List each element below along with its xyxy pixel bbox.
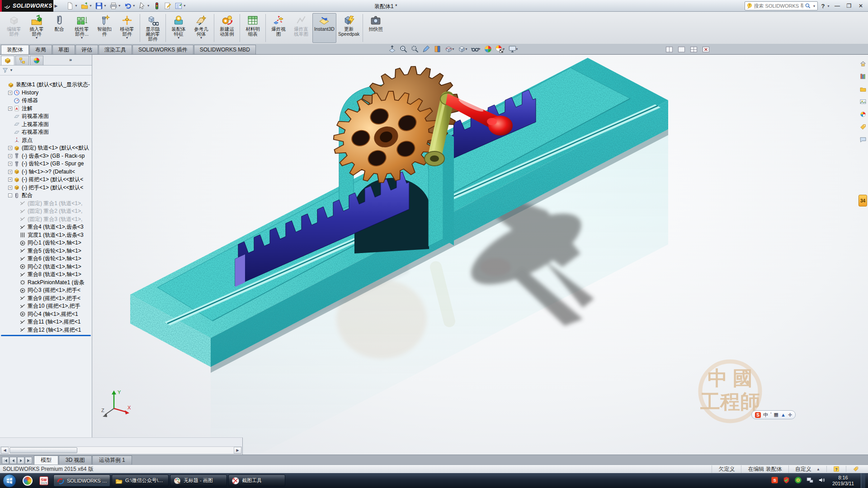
ribbon-button-edit-component[interactable]: 编辑零 部件 [3, 13, 25, 43]
ribbon-button-show-hidden[interactable]: 显示隐 藏的零 部件 [142, 13, 164, 43]
tree-item[interactable]: +History [0, 89, 92, 97]
tree-item[interactable]: 重合6 (齿轮<1>,轴<1> [0, 255, 92, 263]
tree-item[interactable]: (固定) 重合2 (轨道<1>, [0, 207, 92, 216]
taskbar-clock[interactable]: 8:16 2019/3/11 [832, 475, 854, 487]
expand-toggle[interactable]: - [8, 193, 12, 197]
restore-button[interactable]: ❐ [845, 3, 853, 9]
tab-渲染工具[interactable]: 渲染工具 [99, 45, 132, 54]
tree-item[interactable]: +(-) 摇把<1> (默认<<默认< [0, 176, 92, 184]
print-button[interactable]: ▼ [108, 1, 122, 10]
nav-last-icon[interactable] [25, 457, 32, 464]
search-icon[interactable] [805, 3, 811, 9]
scroll-thumb[interactable] [9, 447, 77, 453]
hud-zoom-to-fit[interactable] [388, 45, 396, 53]
tree-item[interactable]: 重合9 (摇把<1>,把手< [0, 295, 92, 303]
show-desktop-button[interactable] [861, 473, 865, 488]
ribbon-button-mate[interactable]: 配合 [48, 13, 71, 43]
taskpane-home[interactable] [859, 60, 867, 69]
save-button[interactable]: ▼ [94, 1, 108, 10]
new-file-button[interactable]: ▼ [65, 1, 79, 10]
expand-toggle[interactable]: + [8, 186, 12, 190]
ribbon-button-explode-sketch[interactable]: 爆炸直 线草图 [290, 13, 312, 43]
model-tab-3D 视图[interactable]: 3D 视图 [59, 455, 92, 465]
taskpane-forum[interactable] [859, 136, 867, 145]
tree-horizontal-scrollbar[interactable]: ◀ ▶ [0, 446, 242, 454]
ribbon-button-exploded-view[interactable]: 爆炸视 图 [267, 13, 290, 43]
tree-item[interactable]: 右视基准面 [0, 128, 92, 136]
select-button[interactable]: ▼ [137, 1, 151, 10]
minimize-button[interactable]: — [834, 3, 841, 9]
ribbon-button-assembly-feature[interactable]: 装配体 特征▼ [167, 13, 190, 43]
tree-item[interactable]: -配合 [0, 192, 92, 200]
ribbon-button-linear-pattern[interactable]: 线性零 部件...▼ [71, 13, 93, 43]
model-tab-模型[interactable]: 模型 [34, 455, 58, 465]
taskpane-custom-proper[interactable] [859, 123, 867, 132]
hud-section-view[interactable] [433, 45, 442, 53]
manager-tab-display[interactable] [30, 56, 43, 65]
expand-toggle[interactable]: + [8, 146, 12, 150]
open-button[interactable]: ▼ [80, 1, 93, 10]
browser-launcher[interactable] [21, 475, 34, 487]
status-custom[interactable]: 自定义 ▲ [788, 465, 826, 473]
expand-toggle[interactable]: + [8, 107, 12, 111]
ime-button[interactable]: ’ [770, 412, 771, 418]
tree-item[interactable]: 重合12 (轴<1>,摇把<1 [0, 326, 92, 334]
help-button[interactable]: ? ▼ [821, 3, 830, 9]
tree-item[interactable]: 同心3 (摇把<1>,把手< [0, 286, 92, 295]
scroll-left-button[interactable]: ◀ [1, 447, 9, 454]
nav-first-icon[interactable] [2, 457, 9, 464]
more-tabs-chevron-icon[interactable]: » [69, 57, 72, 62]
hud-view-orientation[interactable]: ▼ [444, 45, 455, 53]
ime-toolbar[interactable]: S 中’▦ ▲ ✚ [751, 410, 796, 419]
hud-edit-appearance[interactable] [484, 45, 492, 53]
tree-item[interactable]: 宽度1 (轨道<1>,齿条<3 [0, 231, 92, 239]
taskbar-button[interactable]: 无标题 - 画图 [170, 474, 227, 487]
tree-item[interactable]: (固定) 重合3 (轨道<1>, [0, 216, 92, 224]
manager-tab-fm[interactable] [1, 56, 14, 65]
tray-shield[interactable] [783, 476, 790, 485]
single-pane-icon[interactable] [678, 46, 685, 55]
taskbar-button[interactable]: SOLIDWORKS P... [53, 474, 110, 487]
taskpane-view-palette[interactable] [859, 98, 867, 107]
taskbar-button[interactable]: 截图工具 [228, 474, 285, 487]
status-help[interactable]: ? [826, 466, 846, 472]
tree-item[interactable]: 同心4 (轴<1>,摇把<1 [0, 310, 92, 319]
tree-item[interactable]: 重合11 (轴<1>,摇把<1 [0, 318, 92, 326]
3d-model-scene[interactable] [92, 55, 868, 455]
undo-button[interactable]: ▼ [123, 1, 137, 10]
expand-toggle[interactable]: + [8, 91, 12, 95]
tree-item[interactable]: 装配体1 (默认<默认_显示状态- [0, 81, 92, 89]
hud-drawing-view[interactable] [422, 45, 430, 53]
notification-badge[interactable]: 34 [859, 195, 867, 206]
tree-item[interactable]: 传感器 [0, 97, 92, 105]
status-tag[interactable] [846, 466, 865, 472]
nav-prev-icon[interactable] [9, 457, 17, 464]
manager-tab-config[interactable] [15, 56, 29, 65]
tab-布局[interactable]: 布局 [29, 45, 52, 54]
options-button[interactable] [163, 1, 173, 10]
tree-item[interactable]: 重合4 (轨道<1>,齿条<3 [0, 223, 92, 231]
close-pane-icon[interactable] [702, 46, 710, 55]
ribbon-button-smart-fastener[interactable]: 智能扣 件 [93, 13, 116, 43]
tree-item[interactable]: +A注解 [0, 105, 92, 113]
tree-item[interactable]: +(-) 轴<1>->? (Default< [0, 168, 92, 176]
tray-sogou[interactable]: S [771, 476, 778, 485]
ribbon-button-reference-geometry[interactable]: 参考几 何体▼ [190, 13, 212, 43]
taskpane-file-explorer[interactable] [859, 85, 867, 94]
nav-next-icon[interactable] [17, 457, 24, 464]
hud-apply-scene[interactable]: ▼ [495, 45, 505, 53]
start-button[interactable] [3, 474, 16, 488]
tab-SOLIDWORKS MBD[interactable]: SOLIDWORKS MBD [194, 45, 256, 54]
ime-up-arrow-icon[interactable]: ▲ [781, 412, 786, 418]
tree-item[interactable]: +(固定) 轨道<1> (默认<<默认 [0, 144, 92, 152]
expand-toggle[interactable]: + [8, 162, 12, 166]
expand-toggle[interactable]: + [8, 170, 12, 174]
ime-button[interactable]: 中 [763, 412, 768, 418]
hud-hide-show-items[interactable]: ▼ [471, 45, 481, 53]
ribbon-button-move-component[interactable]: 移动零 部件▼ [116, 13, 138, 43]
filter-funnel-icon[interactable] [2, 67, 9, 74]
search-input[interactable] [754, 3, 803, 9]
tray-network[interactable] [806, 476, 814, 485]
tree-item[interactable]: 同心1 (齿轮<1>,轴<1> [0, 239, 92, 247]
search-dropdown-arrow[interactable]: ▼ [813, 5, 816, 8]
